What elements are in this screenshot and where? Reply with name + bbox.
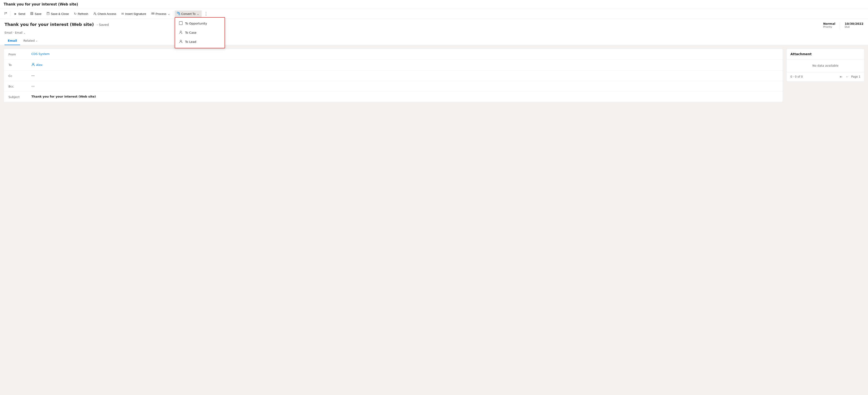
tab-email[interactable]: Email: [5, 37, 20, 45]
convert-to-case-item[interactable]: To Case: [175, 28, 224, 37]
meta-divider: [840, 22, 840, 30]
page-label: Page 1: [851, 75, 861, 78]
svg-rect-4: [48, 12, 49, 13]
send-button[interactable]: ► Send: [12, 10, 28, 17]
subject-row: Subject Thank you for your interest (Web…: [4, 92, 783, 102]
priority-value: Normal: [823, 22, 835, 25]
check-access-icon: [93, 12, 96, 16]
page-title-bar: Thank you for your interest (Web site): [0, 0, 868, 9]
svg-point-5: [94, 12, 95, 13]
svg-rect-8: [152, 12, 153, 14]
svg-rect-3: [47, 12, 50, 14]
related-chevron-icon: ⌄: [36, 39, 38, 42]
record-type-separator: ·: [13, 31, 14, 34]
process-chevron-icon: ⌄: [167, 12, 170, 16]
case-icon: [179, 30, 183, 35]
pagination-info: 0 - 0 of 0: [790, 75, 803, 78]
record-type-row: Email · Email ⌄: [5, 31, 863, 34]
main-content: From CDS System To Alex Cc --- Bcc ---: [0, 45, 868, 106]
due-label: Due: [845, 25, 850, 28]
due-field: 10/30/2022 Due: [845, 22, 863, 28]
priority-field: Normal Priority: [823, 22, 835, 28]
to-value[interactable]: Alex: [31, 63, 42, 67]
from-value[interactable]: CDS System: [31, 52, 50, 56]
record-type-1[interactable]: Email: [5, 31, 12, 34]
refresh-button[interactable]: ↻ Refresh: [72, 10, 91, 17]
save-close-icon: [46, 12, 50, 16]
email-form: From CDS System To Alex Cc --- Bcc ---: [4, 49, 783, 102]
to-row: To Alex: [4, 60, 783, 70]
tabs-row: Email Related ⌄: [5, 37, 863, 45]
due-value: 10/30/2022: [845, 22, 863, 25]
toolbar: ► Send Save Save & Close ↻ Refresh: [0, 9, 868, 19]
record-type-chevron-icon[interactable]: ⌄: [23, 31, 25, 34]
contact-icon: [31, 63, 35, 67]
save-button[interactable]: Save: [28, 10, 44, 17]
svg-rect-1: [31, 12, 32, 13]
attachment-header: Attachment: [787, 49, 864, 59]
svg-rect-7: [151, 12, 152, 14]
priority-label: Priority: [823, 25, 832, 28]
popout-icon: [4, 12, 7, 16]
svg-rect-10: [177, 12, 178, 13]
bcc-value: ---: [31, 84, 35, 88]
convert-to-wrapper: Convert To ⌄ To Opportunity: [175, 10, 202, 17]
from-row: From CDS System: [4, 49, 783, 60]
to-label: To: [8, 63, 27, 67]
first-page-button[interactable]: ⇤: [839, 74, 843, 79]
svg-rect-11: [179, 13, 180, 14]
prev-page-button[interactable]: ←: [845, 74, 850, 79]
cc-value: ---: [31, 74, 35, 77]
cc-label: Cc: [8, 74, 27, 78]
page-title: Thank you for your interest (Web site): [4, 2, 78, 6]
record-header: Thank you for your interest (Web site) -…: [0, 19, 868, 45]
process-icon: [151, 12, 155, 16]
bcc-label: Bcc: [8, 84, 27, 88]
send-icon: ►: [14, 12, 17, 16]
toolbar-separator-1: [10, 11, 11, 17]
record-title-area: Thank you for your interest (Web site) -…: [5, 22, 109, 27]
from-label: From: [8, 52, 27, 56]
svg-rect-12: [179, 22, 182, 25]
cc-row: Cc ---: [4, 70, 783, 81]
opportunity-icon: [179, 21, 183, 26]
check-access-button[interactable]: Check Access: [91, 10, 119, 17]
subject-label: Subject: [8, 95, 27, 99]
subject-value: Thank you for your interest (Web site): [31, 95, 96, 98]
insert-signature-button[interactable]: ✉ Insert Signature: [119, 10, 149, 17]
convert-to-opportunity-item[interactable]: To Opportunity: [175, 19, 224, 28]
insert-signature-icon: ✉: [121, 12, 124, 16]
refresh-icon: ↻: [74, 12, 77, 16]
record-title: Thank you for your interest (Web site): [5, 22, 94, 27]
bcc-row: Bcc ---: [4, 81, 783, 92]
process-button[interactable]: Process ⌄: [149, 10, 173, 17]
svg-rect-2: [31, 13, 33, 14]
tab-related[interactable]: Related ⌄: [20, 37, 41, 45]
more-options-icon: ⋮: [204, 11, 208, 16]
popout-button[interactable]: [2, 10, 10, 17]
convert-to-lead-item[interactable]: To Lead: [175, 37, 224, 47]
attachment-empty: No data available: [787, 59, 864, 72]
convert-to-button[interactable]: Convert To ⌄: [175, 10, 202, 17]
save-close-button[interactable]: Save & Close: [44, 10, 71, 17]
convert-to-chevron-icon: ⌄: [197, 12, 199, 16]
attachment-panel: Attachment No data available 0 - 0 of 0 …: [786, 49, 864, 82]
more-options-button[interactable]: ⋮: [202, 10, 210, 17]
lead-icon: [179, 40, 183, 44]
record-meta-right: Normal Priority 10/30/2022 Due: [823, 22, 863, 30]
record-type-2[interactable]: Email: [15, 31, 23, 34]
toolbar-separator-2: [174, 11, 174, 17]
convert-to-dropdown: To Opportunity To Case: [175, 17, 225, 48]
record-saved-status: - Saved: [97, 23, 109, 27]
convert-to-icon: [177, 12, 180, 16]
record-title-row: Thank you for your interest (Web site) -…: [5, 22, 863, 30]
svg-rect-9: [153, 12, 154, 14]
attachment-footer: 0 - 0 of 0 ⇤ ← Page 1: [787, 72, 864, 81]
save-icon: [30, 12, 33, 16]
pagination-controls: ⇤ ← Page 1: [839, 74, 861, 79]
